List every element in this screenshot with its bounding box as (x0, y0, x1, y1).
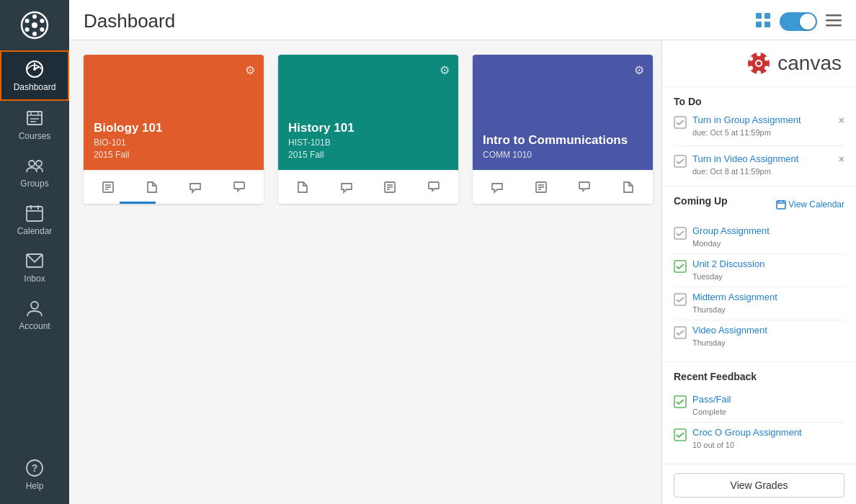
svg-point-9 (33, 68, 36, 71)
course-card-hist101: ⚙ History 101 HIST-101B 2015 Fall (278, 55, 458, 204)
feedback-text-1: Croc O Group Assignment 10 out of 10 (692, 427, 802, 451)
feedback-detail-1: 10 out of 10 (692, 441, 734, 449)
feedback-link-1[interactable]: Croc O Group Assignment (692, 427, 802, 438)
sidebar-item-courses-label: Courses (19, 131, 51, 141)
coming-text-1: Unit 2 Discussion Tuesday (692, 258, 764, 282)
canvas-logo-icon (746, 50, 772, 76)
card-announcements-icon-comm1010[interactable] (485, 176, 509, 198)
card-gear-hist101[interactable]: ⚙ (440, 63, 450, 77)
svg-point-5 (32, 32, 37, 36)
card-files-icon-hist101[interactable] (290, 176, 315, 198)
svg-rect-31 (826, 19, 842, 22)
view-calendar-link[interactable]: View Calendar (776, 199, 844, 210)
card-title-bio101: Biology 101 (94, 121, 254, 135)
card-grades-icon-bio101[interactable] (96, 176, 120, 198)
coming-up-header: Coming Up View Calendar (674, 195, 844, 214)
svg-marker-37 (190, 184, 200, 192)
sidebar-item-inbox[interactable]: Inbox (0, 243, 69, 291)
card-discussions-icon-comm1010[interactable] (572, 176, 597, 198)
coming-day-1: Tuesday (692, 272, 723, 281)
help-label: Help (26, 481, 44, 491)
hamburger-menu-icon[interactable] (826, 12, 842, 31)
todo-text-1: Turn in Video Assignment due: Oct 8 at 1… (692, 153, 833, 177)
cards-area: ⚙ Biology 101 BIO-101 2015 Fall (69, 40, 661, 504)
todo-link-0[interactable]: Turn in Group Assignment (692, 114, 833, 125)
card-active-indicator-bio101 (120, 202, 156, 204)
svg-rect-30 (826, 14, 842, 17)
coming-link-1[interactable]: Unit 2 Discussion (692, 258, 764, 269)
sidebar-item-account[interactable]: Account (0, 291, 69, 338)
todo-dismiss-1[interactable]: × (839, 153, 844, 165)
sidebar-item-groups[interactable]: Groups (0, 148, 69, 196)
coming-day-3: Thursday (692, 338, 726, 347)
feedback-link-0[interactable]: Pass/Fail (692, 394, 731, 405)
card-code-bio101: BIO-101 (94, 138, 254, 148)
coming-day-2: Thursday (692, 305, 726, 314)
card-term-bio101: 2015 Fall (94, 150, 254, 160)
svg-point-51 (764, 57, 769, 61)
card-grades-icon-comm1010[interactable] (529, 176, 553, 198)
course-card-comm1010: ⚙ Intro to Communications COMM 1010 (473, 55, 653, 204)
todo-due-1: due: Oct 8 at 11:59pm (692, 167, 771, 176)
sidebar-item-groups-label: Groups (20, 179, 48, 189)
coming-text-3: Video Assignment Thursday (692, 325, 767, 348)
todo-check-icon-1 (674, 155, 687, 168)
header-controls (755, 12, 842, 31)
svg-rect-68 (674, 429, 686, 441)
card-announcements-icon-bio101[interactable] (183, 176, 208, 198)
svg-rect-63 (674, 228, 686, 239)
card-discussions-icon-hist101[interactable] (422, 176, 446, 198)
card-term-hist101: 2015 Fall (288, 150, 448, 160)
view-grades-button[interactable]: View Grades (674, 473, 844, 498)
feedback-check-icon-0 (674, 395, 687, 408)
todo-section: To Do Turn in Group Assignment due: Oct … (662, 87, 856, 186)
coming-check-icon-3 (674, 326, 687, 339)
sidebar-item-account-label: Account (19, 321, 50, 331)
canvas-logo-text: canvas (777, 52, 842, 75)
sidebar-item-courses[interactable]: Courses (0, 101, 69, 148)
view-toggle[interactable] (780, 12, 817, 31)
svg-marker-43 (492, 184, 502, 192)
card-files-icon-comm1010[interactable] (616, 176, 641, 198)
coming-link-0[interactable]: Group Assignment (692, 225, 770, 236)
todo-dismiss-0[interactable]: × (839, 114, 844, 126)
card-gear-comm1010[interactable]: ⚙ (634, 63, 644, 77)
card-discussions-icon-bio101[interactable] (227, 176, 251, 198)
sidebar-item-dashboard[interactable]: Dashboard (0, 50, 69, 101)
card-header-comm1010: ⚙ Intro to Communications COMM 1010 (473, 55, 653, 170)
svg-point-52 (764, 66, 769, 71)
course-cards-row: ⚙ Biology 101 BIO-101 2015 Fall (84, 55, 647, 204)
sidebar-item-dashboard-label: Dashboard (14, 82, 56, 92)
coming-link-2[interactable]: Midterm Assignment (692, 292, 777, 302)
svg-point-3 (40, 19, 44, 23)
todo-due-0: due: Oct 5 at 11:59pm (692, 128, 771, 137)
card-grades-icon-hist101[interactable] (378, 176, 402, 198)
card-gear-bio101[interactable]: ⚙ (245, 63, 255, 77)
svg-rect-57 (674, 117, 686, 128)
coming-check-icon-2 (674, 293, 687, 306)
todo-text-0: Turn in Group Assignment due: Oct 5 at 1… (692, 114, 833, 138)
coming-text-0: Group Assignment Monday (692, 225, 770, 249)
card-announcements-icon-hist101[interactable] (334, 176, 359, 198)
svg-point-53 (757, 71, 761, 75)
feedback-item-0: Pass/Fail Complete (674, 390, 844, 423)
card-code-comm1010: COMM 1010 (483, 150, 643, 160)
coming-item-0: Group Assignment Monday (674, 221, 844, 254)
svg-rect-58 (674, 156, 686, 167)
feedback-text-0: Pass/Fail Complete (692, 394, 731, 418)
card-footer-hist101 (278, 170, 458, 204)
grid-view-icon[interactable] (755, 12, 771, 31)
feedback-check-icon-1 (674, 428, 687, 441)
view-calendar-label: View Calendar (788, 199, 844, 210)
coming-link-3[interactable]: Video Assignment (692, 325, 767, 336)
feedback-detail-0: Complete (692, 408, 726, 416)
sidebar-item-inbox-label: Inbox (24, 274, 45, 284)
card-files-icon-bio101[interactable] (140, 176, 164, 198)
recent-feedback-section: Recent Feedback Pass/Fail Complete (662, 362, 856, 464)
sidebar-item-help[interactable]: ? Help (0, 451, 69, 498)
course-card-bio101: ⚙ Biology 101 BIO-101 2015 Fall (84, 55, 264, 204)
sidebar-item-calendar[interactable]: Calendar (0, 196, 69, 243)
svg-marker-38 (342, 184, 352, 192)
svg-rect-59 (777, 201, 785, 209)
todo-link-1[interactable]: Turn in Video Assignment (692, 153, 833, 164)
